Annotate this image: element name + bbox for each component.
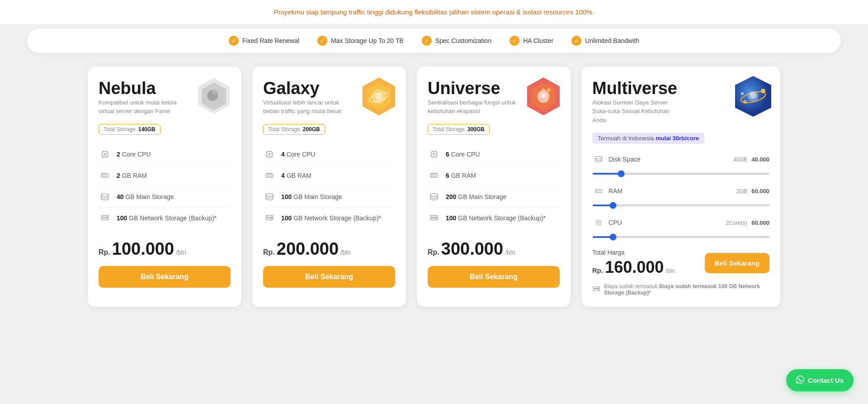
galaxy-mainstorage-value: 100 xyxy=(281,193,292,200)
feature-label-max-storage: Max Storage Up To 20 TB xyxy=(331,37,404,44)
ram-slider[interactable] xyxy=(592,204,769,206)
cpu-slider[interactable] xyxy=(592,236,769,238)
svg-point-52 xyxy=(266,194,273,196)
contact-us-label: Contact Us xyxy=(808,376,844,384)
ram-icon xyxy=(99,169,111,182)
universe-period: /bln xyxy=(505,249,515,256)
nebula-currency: Rp. xyxy=(99,248,110,257)
total-label: Total Harga xyxy=(592,249,675,256)
ram-icon xyxy=(428,169,440,182)
universe-price-row: Rp. 300.000 /bln xyxy=(428,239,560,259)
nebula-mainstorage-value: 40 xyxy=(117,193,124,200)
galaxy-price-row: Rp. 200.000 /bln xyxy=(263,239,395,259)
svg-point-32 xyxy=(375,93,382,100)
galaxy-networkstorage-value: 100 xyxy=(281,214,292,222)
nebula-networkstorage-label: GB Network Storage (Backup)* xyxy=(129,214,217,222)
ram-slider-label: RAM xyxy=(609,187,733,195)
nebula-icon xyxy=(193,76,234,116)
nebula-buy-button[interactable]: Beli Sekarang xyxy=(99,266,231,288)
ram-slider-row: RAM 2GB 60.000 xyxy=(592,185,769,197)
multiverse-badge: Termuah di Indonesia mulai 30rb/core xyxy=(592,133,704,144)
galaxy-cpu-label: Core CPU xyxy=(287,151,316,158)
universe-networkstorage-label: GB Network Storage (Backup)* xyxy=(458,214,546,222)
feature-label-spec-custom: Spec Customization xyxy=(435,37,492,44)
disk-slider-section: Disk Space 40GB 40.000 xyxy=(592,153,769,176)
contact-us-button[interactable]: Contact Us xyxy=(786,369,854,391)
universe-networkstorage-value: 100 xyxy=(446,214,456,222)
check-icon-spec-custom: ✓ xyxy=(422,36,432,46)
universe-buy-button[interactable]: Beli Sekarang xyxy=(428,266,560,288)
ram-value: 2GB 60.000 xyxy=(736,188,769,195)
nebula-cpu-value: 2 xyxy=(117,151,120,158)
svg-point-92 xyxy=(743,100,747,104)
svg-rect-64 xyxy=(433,153,435,156)
universe-currency: Rp. xyxy=(428,248,439,257)
plan-card-multiverse: Multiverse Alokasi Sumber Daya Server Su… xyxy=(581,67,780,307)
disk-slider[interactable] xyxy=(592,173,769,175)
disk-unit: 40GB xyxy=(733,157,747,163)
cpu-icon xyxy=(99,148,111,161)
svg-point-26 xyxy=(107,216,108,217)
universe-cpu-label: Core CPU xyxy=(451,151,480,158)
feature-label-unlimited-bw: Unlimited Bandwith xyxy=(585,37,639,44)
galaxy-cpu-value: 4 xyxy=(281,151,285,158)
universe-mainstorage-label: GB Main Storage xyxy=(458,193,506,200)
feature-label-ha-cluster: HA Cluster xyxy=(523,37,553,44)
svg-point-91 xyxy=(761,89,765,93)
feature-fixed-rate: ✓ Fixed Rate Renewal xyxy=(229,36,299,46)
feature-unlimited-bw: ✓ Unlimited Bandwith xyxy=(571,36,639,46)
feature-max-storage: ✓ Max Storage Up To 20 TB xyxy=(317,36,404,46)
plan-card-nebula: Nebula Kompatibel untuk mulai kelola vir… xyxy=(88,67,241,307)
universe-ram-value: 6 xyxy=(446,172,449,179)
feature-spec-custom: ✓ Spec Customization xyxy=(422,36,492,46)
svg-rect-73 xyxy=(430,174,438,177)
galaxy-desc: Virtualisasi lebih lancar untuk beban tr… xyxy=(263,98,354,116)
svg-rect-5 xyxy=(104,153,106,156)
nebula-cpu-label: Core CPU xyxy=(122,151,151,158)
galaxy-buy-button[interactable]: Beli Sekarang xyxy=(263,266,395,288)
nebula-ram: 2 GB RAM xyxy=(99,165,231,186)
plans-container: Nebula Kompatibel untuk mulai kelola vir… xyxy=(0,53,868,320)
galaxy-ram-label: GB RAM xyxy=(287,172,311,179)
cpu-slider-label: CPU xyxy=(609,219,722,226)
cpu-slider-icon xyxy=(592,216,605,229)
multiverse-buy-button[interactable]: Beli Sekarang xyxy=(705,253,769,273)
cpu-icon xyxy=(428,148,440,161)
nebula-storage-label: Total Storage xyxy=(104,126,136,133)
check-icon-fixed-rate: ✓ xyxy=(229,36,239,46)
galaxy-networkstorage-label: GB Network Storage (Backup)* xyxy=(293,214,381,222)
universe-mainstorage-value: 200 xyxy=(446,193,456,200)
whatsapp-icon xyxy=(796,375,804,385)
nebula-networkstorage-value: 100 xyxy=(117,214,127,222)
universe-spec-list: 6 Core CPU 6 GB RAM 200 GB Main Storage … xyxy=(428,144,560,228)
multiverse-total-section: Total Harga Rp. 160.000 /bln Beli Sekara… xyxy=(592,249,769,277)
top-banner: Proyekmu siap tampung traffic tinggi did… xyxy=(0,0,868,24)
galaxy-storage-value: 200GB xyxy=(303,126,320,133)
nebula-desc: Kompatibel untuk mulai kelola virtual se… xyxy=(99,98,189,116)
ram-amount: 60.000 xyxy=(751,188,769,195)
check-icon-max-storage: ✓ xyxy=(317,36,327,46)
cpu-unit: 2Core(s) xyxy=(726,220,747,226)
cpu-value: 2Core(s) 60.000 xyxy=(726,219,769,226)
check-icon-ha-cluster: ✓ xyxy=(509,36,519,46)
svg-point-56 xyxy=(271,219,272,219)
network-storage-icon xyxy=(263,212,276,224)
galaxy-currency: Rp. xyxy=(263,248,275,257)
ram-slider-icon xyxy=(592,185,605,197)
disk-icon xyxy=(592,153,605,166)
disk-amount: 40.000 xyxy=(751,156,769,163)
nebula-mainstorage-label: GB Main Storage xyxy=(125,193,174,200)
universe-price: 300.000 xyxy=(441,239,503,259)
galaxy-storage-badge: Total Storage 200GB xyxy=(263,124,325,135)
galaxy-spec-list: 4 Core CPU 4 GB RAM 100 GB Main Storage … xyxy=(263,144,395,228)
network-storage-icon xyxy=(428,212,440,224)
multiverse-icon xyxy=(731,74,776,119)
ram-unit: 2GB xyxy=(736,188,747,195)
svg-point-85 xyxy=(436,216,437,217)
svg-point-86 xyxy=(436,219,437,219)
svg-point-90 xyxy=(750,92,756,99)
plan-card-universe: Universe Sentralisasi berbagai fungsi un… xyxy=(417,67,571,307)
disk-label: Disk Space xyxy=(609,156,730,163)
galaxy-period: /bln xyxy=(340,249,351,256)
universe-ram-label: GB RAM xyxy=(451,172,476,179)
